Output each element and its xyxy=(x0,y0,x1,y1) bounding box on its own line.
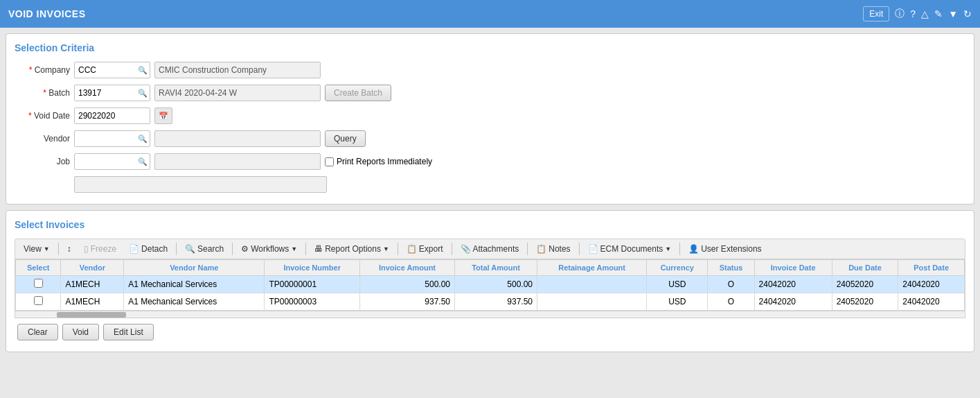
select-invoices-title: Select Invoices xyxy=(15,219,965,230)
app-header: VOID INVOICES Exit ⓘ ? △ ✎ ▼ ↻ xyxy=(0,0,980,28)
job-input-wrapper: 🔍 xyxy=(74,153,150,170)
vendor-search-button[interactable]: 🔍 xyxy=(136,133,149,145)
col-status[interactable]: Status xyxy=(708,260,754,276)
help-icon[interactable]: ? xyxy=(910,8,916,19)
invoices-table-wrapper: Select Vendor Vendor Name Invoice Number… xyxy=(15,259,965,311)
void-button[interactable]: Void xyxy=(62,324,99,340)
col-invoice-amount[interactable]: Invoice Amount xyxy=(359,260,454,276)
freeze-button[interactable]: ▯ Freeze xyxy=(78,242,122,256)
col-currency[interactable]: Currency xyxy=(647,260,708,276)
col-invoice-date[interactable]: Invoice Date xyxy=(754,260,832,276)
scroll-thumb[interactable] xyxy=(57,312,126,318)
job-label: Job xyxy=(15,157,70,166)
user-extensions-button[interactable]: 👤 User Extensions xyxy=(683,242,767,256)
row-post-date: 24042020 xyxy=(898,293,965,311)
chevron-down-icon[interactable]: ▼ xyxy=(948,8,958,19)
row-invoice-number: TP00000003 xyxy=(265,293,360,311)
void-date-row: Void Date 📅 xyxy=(15,107,432,124)
attachments-icon: 📎 xyxy=(461,244,471,254)
print-reports-checkbox[interactable] xyxy=(325,157,334,166)
separator-8 xyxy=(579,243,580,255)
vendor-row: Vendor 🔍 Query xyxy=(15,130,432,147)
col-total-amount[interactable]: Total Amount xyxy=(454,260,537,276)
row-total-amount: 937.50 xyxy=(454,293,537,311)
col-vendor-name[interactable]: Vendor Name xyxy=(124,260,265,276)
row-invoice-date: 24042020 xyxy=(754,293,832,311)
vendor-label: Vendor xyxy=(15,134,70,144)
batch-row: Batch 🔍 Create Batch xyxy=(15,85,432,101)
warning-icon[interactable]: △ xyxy=(921,8,929,19)
view-label: View xyxy=(24,244,42,254)
row-checkbox[interactable] xyxy=(34,296,43,305)
row-retainage xyxy=(537,293,647,311)
col-due-date[interactable]: Due Date xyxy=(832,260,898,276)
void-date-input[interactable] xyxy=(74,107,150,124)
separator-1 xyxy=(58,243,59,255)
row-post-date: 24042020 xyxy=(898,276,965,293)
clear-button[interactable]: Clear xyxy=(17,324,58,340)
separator-6 xyxy=(452,243,452,255)
vendor-input-wrapper: 🔍 xyxy=(74,130,150,147)
report-options-label: Report Options xyxy=(325,244,381,254)
batch-search-button[interactable]: 🔍 xyxy=(136,87,149,99)
row-checkbox[interactable] xyxy=(34,279,43,288)
invoices-table: Select Vendor Vendor Name Invoice Number… xyxy=(15,259,965,311)
job-row: Job 🔍 Print Reports Immediately xyxy=(15,153,432,170)
user-ext-icon: 👤 xyxy=(688,244,699,254)
row-status: O xyxy=(708,276,754,293)
notes-icon: 📋 xyxy=(536,244,546,254)
job-search-button[interactable]: 🔍 xyxy=(136,156,149,168)
edit-list-button[interactable]: Edit List xyxy=(103,324,154,340)
edit-icon[interactable]: ✎ xyxy=(934,8,943,19)
row-select-cell[interactable] xyxy=(16,293,61,311)
attachments-label: Attachments xyxy=(473,244,519,254)
report-options-icon: 🖶 xyxy=(314,244,323,254)
separator-7 xyxy=(527,243,528,255)
table-row: A1MECH A1 Mechanical Services TP00000003… xyxy=(16,293,965,311)
ecm-documents-button[interactable]: 📄 ECM Documents ▼ xyxy=(582,242,677,256)
row-select-cell[interactable] xyxy=(16,276,61,293)
query-button[interactable]: Query xyxy=(325,130,366,147)
freeze-label: Freeze xyxy=(91,244,116,254)
detach-rows-icon: ↕ xyxy=(67,244,71,254)
exit-button[interactable]: Exit xyxy=(863,6,889,21)
workflows-dropdown-icon: ▼ xyxy=(291,245,297,252)
workflows-button[interactable]: ⚙ Workflows ▼ xyxy=(235,242,303,256)
export-button[interactable]: 📋 Export xyxy=(401,242,449,256)
row-invoice-date: 24042020 xyxy=(754,276,832,293)
row-invoice-amount: 500.00 xyxy=(359,276,454,293)
workflows-label: Workflows xyxy=(251,244,289,254)
company-search-button[interactable]: 🔍 xyxy=(136,64,149,76)
col-select: Select xyxy=(16,260,61,276)
search-label: Search xyxy=(197,244,224,254)
search-toolbar-icon: 🔍 xyxy=(185,244,195,254)
search-button[interactable]: 🔍 Search xyxy=(179,242,229,256)
col-post-date[interactable]: Post Date xyxy=(898,260,965,276)
calendar-button[interactable]: 📅 xyxy=(154,107,172,124)
table-header: Select Vendor Vendor Name Invoice Number… xyxy=(16,260,965,276)
print-reports-label: Print Reports Immediately xyxy=(337,157,432,166)
view-button[interactable]: View ▼ xyxy=(18,242,55,256)
detach-rows-button[interactable]: ↕ xyxy=(62,242,77,256)
bottom-actions: Clear Void Edit List xyxy=(15,318,965,343)
col-retainage[interactable]: Retainage Amount xyxy=(537,260,647,276)
report-options-button[interactable]: 🖶 Report Options ▼ xyxy=(309,242,395,256)
row-vendor-name: A1 Mechanical Services xyxy=(124,276,265,293)
horizontal-scrollbar[interactable] xyxy=(15,311,965,318)
ecm-icon: 📄 xyxy=(588,244,598,254)
table-toolbar: View ▼ ↕ ▯ Freeze 📄 Detach 🔍 Search xyxy=(15,239,965,259)
refresh-icon[interactable]: ↻ xyxy=(963,8,972,19)
notes-button[interactable]: 📋 Notes xyxy=(531,242,576,256)
col-vendor[interactable]: Vendor xyxy=(61,260,124,276)
info-icon[interactable]: ⓘ xyxy=(895,8,905,20)
create-batch-button[interactable]: Create Batch xyxy=(325,85,391,101)
attachments-button[interactable]: 📎 Attachments xyxy=(455,242,525,256)
print-reports-row: Print Reports Immediately xyxy=(325,157,432,166)
ecm-dropdown-icon: ▼ xyxy=(665,245,671,252)
detach-icon: 📄 xyxy=(129,244,139,254)
row-due-date: 24052020 xyxy=(832,276,898,293)
row-vendor-name: A1 Mechanical Services xyxy=(124,293,265,311)
detach-button[interactable]: 📄 Detach xyxy=(123,242,173,256)
col-invoice-number[interactable]: Invoice Number xyxy=(265,260,360,276)
separator-5 xyxy=(398,243,398,255)
